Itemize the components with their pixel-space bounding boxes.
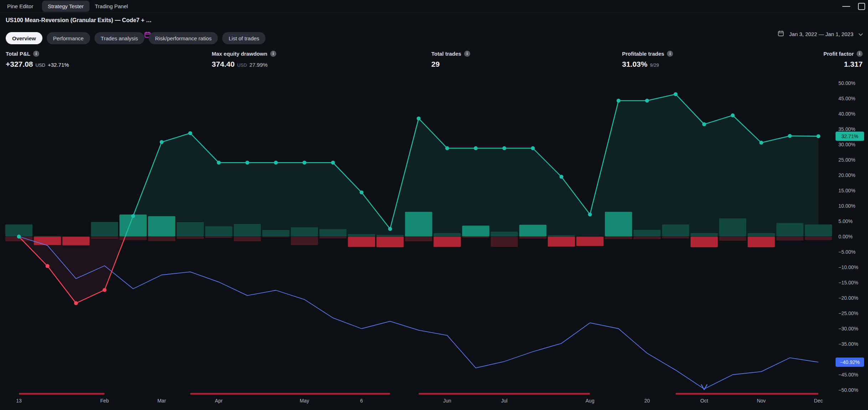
period-gain-bar[interactable]: [91, 222, 118, 237]
period-loss-bar[interactable]: [405, 237, 432, 242]
period-loss-bar[interactable]: [148, 237, 175, 241]
y-axis-tick-label: −10.00%: [838, 264, 858, 270]
period-loss-bar[interactable]: [205, 237, 232, 238]
restore-window-icon[interactable]: [858, 3, 865, 10]
equity-point[interactable]: [17, 235, 21, 239]
period-gain-bar[interactable]: [462, 226, 489, 237]
period-loss-bar[interactable]: [719, 237, 746, 241]
equity-point[interactable]: [245, 161, 249, 164]
period-gain-bar[interactable]: [776, 223, 803, 237]
period-gain-bar[interactable]: [233, 224, 261, 237]
info-icon[interactable]: i: [857, 51, 863, 57]
period-gain-bar[interactable]: [291, 227, 318, 237]
equity-point[interactable]: [388, 227, 392, 231]
equity-point[interactable]: [559, 175, 563, 179]
period-gain-bar[interactable]: [719, 218, 746, 237]
period-loss-bar[interactable]: [176, 237, 204, 239]
equity-point[interactable]: [160, 140, 164, 144]
period-gain-bar[interactable]: [319, 229, 347, 237]
equity-point[interactable]: [645, 99, 649, 103]
report-tabs: Overview Performance Trades analysis Ris…: [6, 32, 266, 44]
tab-overview[interactable]: Overview: [6, 32, 42, 44]
period-gain-bar[interactable]: [262, 230, 289, 237]
equity-point[interactable]: [131, 214, 135, 218]
period-loss-bar[interactable]: [462, 237, 489, 238]
info-icon[interactable]: i: [667, 51, 673, 57]
period-gain-bar[interactable]: [405, 212, 432, 237]
equity-point[interactable]: [74, 301, 78, 305]
equity-point[interactable]: [46, 264, 50, 268]
tab-performance[interactable]: Performance: [47, 32, 90, 44]
equity-point[interactable]: [445, 146, 449, 150]
period-loss-bar[interactable]: [433, 237, 461, 247]
period-gain-bar[interactable]: [205, 226, 232, 237]
period-loss-bar[interactable]: [662, 237, 689, 238]
period-gain-bar[interactable]: [748, 233, 775, 237]
date-range-picker[interactable]: Jan 3, 2022 — Jan 1, 2023: [777, 30, 863, 38]
equity-point[interactable]: [702, 122, 706, 126]
period-gain-bar[interactable]: [433, 233, 461, 237]
period-loss-bar[interactable]: [491, 237, 518, 247]
tab-pine-editor[interactable]: Pine Editor: [1, 1, 39, 12]
info-icon[interactable]: i: [270, 51, 276, 57]
period-loss-bar[interactable]: [605, 237, 632, 239]
period-loss-bar[interactable]: [376, 237, 404, 247]
tab-risk-performance-ratios[interactable]: Risk/performance ratios: [149, 32, 218, 44]
period-loss-bar[interactable]: [348, 237, 375, 247]
period-loss-bar[interactable]: [519, 237, 546, 239]
equity-point[interactable]: [103, 288, 107, 292]
period-gain-bar[interactable]: [176, 222, 204, 237]
equity-point[interactable]: [531, 146, 535, 150]
period-gain-bar[interactable]: [491, 231, 518, 237]
period-loss-bar[interactable]: [34, 237, 61, 245]
metric-extra: 9/29: [650, 62, 659, 68]
period-loss-bar[interactable]: [576, 237, 604, 246]
equity-point[interactable]: [502, 146, 506, 150]
equity-point[interactable]: [731, 113, 735, 117]
period-loss-bar[interactable]: [319, 237, 347, 238]
equity-point[interactable]: [188, 131, 192, 135]
minimize-icon[interactable]: [842, 6, 850, 7]
equity-point[interactable]: [331, 161, 335, 164]
period-loss-bar[interactable]: [690, 237, 718, 247]
equity-point[interactable]: [303, 161, 307, 164]
period-loss-bar[interactable]: [233, 237, 261, 242]
equity-point[interactable]: [674, 92, 678, 96]
tab-trades-analysis[interactable]: Trades analysis: [94, 32, 145, 44]
period-gain-bar[interactable]: [376, 235, 404, 237]
equity-point[interactable]: [217, 161, 221, 164]
period-gain-bar[interactable]: [605, 212, 632, 237]
tab-strategy-tester[interactable]: Strategy Tester: [42, 1, 89, 12]
period-gain-bar[interactable]: [348, 234, 375, 237]
equity-point[interactable]: [474, 146, 478, 150]
period-gain-bar[interactable]: [548, 235, 575, 237]
period-loss-bar[interactable]: [748, 237, 775, 247]
period-gain-bar[interactable]: [633, 229, 661, 237]
period-loss-bar[interactable]: [776, 237, 803, 241]
period-loss-bar[interactable]: [548, 237, 575, 247]
metric-value: 374.40: [212, 60, 235, 69]
equity-point[interactable]: [816, 134, 820, 138]
period-loss-bar[interactable]: [633, 237, 661, 239]
period-loss-bar[interactable]: [805, 237, 832, 240]
equity-point[interactable]: [617, 99, 621, 103]
equity-point[interactable]: [417, 116, 421, 120]
info-icon[interactable]: i: [464, 51, 470, 57]
equity-point[interactable]: [788, 134, 792, 138]
tab-trading-panel[interactable]: Trading Panel: [89, 1, 134, 12]
period-loss-bar[interactable]: [291, 237, 318, 245]
equity-point[interactable]: [759, 141, 763, 145]
period-gain-bar[interactable]: [519, 224, 546, 237]
period-loss-bar[interactable]: [62, 237, 90, 246]
period-gain-bar[interactable]: [690, 233, 718, 237]
equity-point[interactable]: [274, 161, 278, 164]
period-gain-bar[interactable]: [805, 224, 832, 237]
period-loss-bar[interactable]: [91, 237, 118, 239]
equity-point[interactable]: [588, 213, 592, 217]
tab-list-of-trades[interactable]: List of trades: [222, 32, 266, 44]
equity-point[interactable]: [360, 191, 364, 194]
period-gain-bar[interactable]: [148, 216, 175, 237]
info-icon[interactable]: i: [33, 51, 39, 57]
period-gain-bar[interactable]: [662, 224, 689, 237]
period-loss-bar[interactable]: [262, 237, 289, 238]
